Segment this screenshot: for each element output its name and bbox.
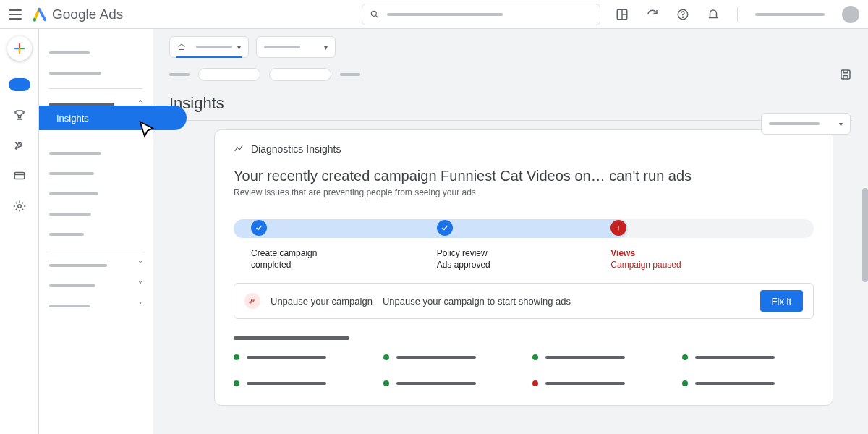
chevron-down-icon: ˅ [138, 281, 142, 291]
progress-step: ViewsCampaign paused [610, 220, 681, 271]
chevron-down-icon: ▾ [237, 43, 241, 51]
tools-icon[interactable] [13, 139, 26, 152]
card-subtitle: Review issues that are preventing people… [234, 187, 814, 197]
billing-icon[interactable] [13, 169, 26, 182]
list-item[interactable] [682, 380, 814, 386]
list-item[interactable] [234, 354, 366, 360]
svg-point-4 [682, 17, 683, 17]
google-ads-logo-icon [32, 7, 48, 22]
svg-rect-7 [841, 70, 850, 79]
status-dot-icon [383, 354, 389, 360]
product-logo[interactable]: Google Ads [32, 7, 123, 22]
section-heading-skeleton [234, 336, 349, 340]
page-title: Insights [153, 81, 868, 120]
status-dot-icon [532, 380, 538, 386]
card-title: Your recently created campaign Funniest … [234, 168, 814, 184]
save-icon[interactable] [839, 68, 852, 81]
search-icon [370, 9, 380, 20]
list-item-skeleton [545, 356, 625, 359]
progress-steps: Create campaigncompletedPolicy reviewAds… [234, 218, 814, 239]
brand-text: Google Ads [52, 7, 123, 22]
nav-item[interactable] [49, 226, 142, 242]
settings-icon[interactable] [13, 200, 26, 213]
check-icon [437, 220, 453, 236]
top-header: Google Ads [0, 0, 868, 29]
avatar[interactable] [842, 6, 859, 23]
step-label: ViewsCampaign paused [610, 247, 681, 271]
list-item-skeleton [396, 382, 476, 385]
fix-suggestion-row: Unpause your campaign Unpause your campa… [234, 283, 814, 319]
filter-chip[interactable] [269, 68, 331, 81]
list-item[interactable] [383, 380, 516, 386]
plus-icon [13, 42, 26, 55]
list-item[interactable] [682, 354, 814, 360]
svg-point-1 [371, 11, 376, 16]
search-input[interactable] [362, 4, 600, 25]
list-item-skeleton [247, 382, 326, 385]
filter-chip[interactable] [198, 68, 260, 81]
divider [737, 7, 738, 22]
nav-item[interactable] [49, 45, 142, 61]
fix-label: Unpause your campaign [271, 296, 373, 307]
cursor-icon [137, 120, 159, 142]
divider [169, 120, 852, 121]
card-header-label: Diagnostics Insights [251, 143, 341, 155]
additional-insights [234, 336, 814, 386]
help-icon[interactable] [676, 8, 689, 21]
fix-it-button[interactable]: Fix it [760, 290, 803, 312]
status-dot-icon [234, 380, 239, 386]
reports-icon[interactable] [616, 8, 629, 21]
list-item[interactable] [532, 354, 665, 360]
status-dot-icon [682, 354, 688, 360]
list-item-skeleton [396, 356, 476, 359]
trophy-icon[interactable] [13, 109, 26, 122]
progress-step: Create campaigncompleted [251, 220, 317, 271]
notifications-icon[interactable] [707, 8, 720, 21]
chevron-down-icon: ▾ [839, 120, 843, 128]
chip-skeleton [169, 73, 190, 76]
nav-item[interactable] [49, 186, 142, 202]
chevron-down-icon: ˅ [138, 301, 142, 311]
search-placeholder-skeleton [387, 13, 503, 16]
nav-item[interactable] [49, 65, 142, 81]
step-label: Policy reviewAds approved [437, 247, 490, 271]
rail-item-overview[interactable] [9, 78, 30, 91]
header-actions [616, 6, 859, 23]
account-skeleton[interactable] [755, 13, 825, 16]
svg-rect-5 [14, 173, 25, 179]
side-nav: ˄ ˅ ˅ ˅ Insights [39, 29, 153, 434]
status-dot-icon [234, 354, 239, 360]
create-button[interactable] [7, 36, 32, 61]
status-dot-icon [682, 380, 688, 386]
diagnostics-card: Diagnostics Insights Your recently creat… [214, 129, 833, 406]
hamburger-menu-icon[interactable] [9, 9, 22, 20]
nav-item[interactable] [49, 206, 142, 222]
scope-toolbar: ▾ ▾ [153, 29, 868, 65]
account-dropdown[interactable]: ▾ [169, 36, 249, 58]
step-label: Create campaigncompleted [251, 247, 317, 271]
status-dot-icon [383, 380, 389, 386]
daterange-dropdown[interactable]: ▾ [761, 113, 851, 135]
campaign-dropdown[interactable]: ▾ [256, 36, 336, 58]
fix-detail: Unpause your campaign to start showing a… [383, 296, 571, 307]
list-item[interactable] [532, 380, 665, 386]
refresh-icon[interactable] [646, 8, 659, 21]
left-rail [0, 29, 39, 434]
scrollbar-thumb[interactable] [862, 188, 868, 282]
list-item[interactable] [383, 354, 516, 360]
list-item-skeleton [695, 356, 775, 359]
svg-rect-8 [618, 226, 619, 229]
nav-item[interactable] [49, 145, 142, 161]
progress-step: Policy reviewAds approved [437, 220, 490, 271]
nav-item-expandable[interactable]: ˅ [49, 298, 142, 314]
list-item[interactable] [234, 380, 366, 386]
main-content: ▾ ▾ Insights ▾ Diagnostics Insights Your… [153, 29, 868, 434]
status-dot-icon [532, 354, 538, 360]
nav-item-expandable[interactable]: ˅ [49, 278, 142, 294]
nav-item-expandable[interactable]: ˅ [49, 258, 142, 273]
sidebar-item-label: Insights [56, 113, 89, 124]
nav-item[interactable] [49, 166, 142, 182]
svg-point-0 [33, 17, 36, 21]
chevron-down-icon: ˅ [138, 260, 142, 271]
sidebar-item-insights[interactable]: Insights [39, 106, 187, 130]
